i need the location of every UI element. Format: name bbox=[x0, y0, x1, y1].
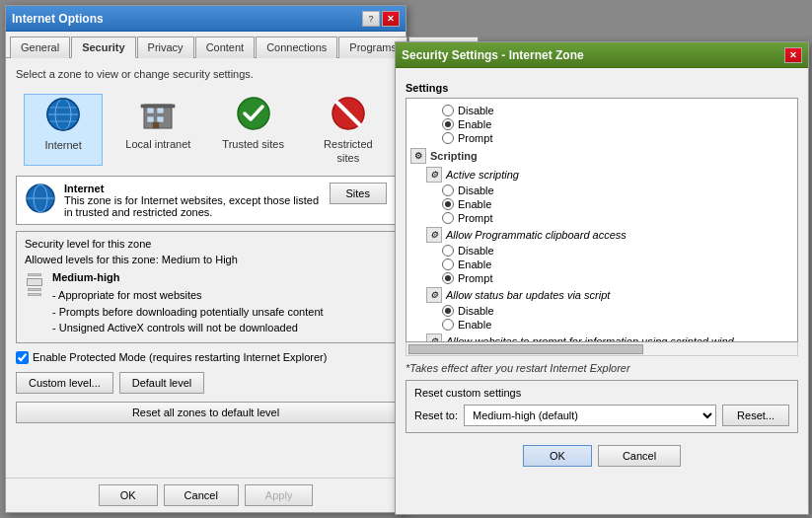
radio-statusbar-enable[interactable] bbox=[442, 319, 454, 331]
statusbar-label: Allow status bar updates via script bbox=[446, 289, 610, 301]
opt-label: Enable bbox=[458, 319, 491, 331]
inet-apply-button[interactable]: Apply bbox=[245, 484, 314, 506]
protected-mode-checkbox[interactable] bbox=[16, 351, 29, 364]
radio-statusbar-disable[interactable] bbox=[442, 305, 454, 317]
reset-to-label: Reset to: bbox=[414, 409, 458, 421]
option-label-prompt-top: Prompt bbox=[458, 132, 492, 144]
clipboard-label: Allow Programmatic clipboard access bbox=[446, 229, 627, 241]
statusbar-enable-opt: Enable bbox=[442, 319, 793, 331]
protected-mode-row: Enable Protected Mode (requires restarti… bbox=[16, 351, 396, 364]
building-icon bbox=[138, 94, 178, 133]
radio-prompt-top[interactable] bbox=[442, 132, 454, 144]
inet-ok-button[interactable]: OK bbox=[99, 484, 158, 506]
settings-list[interactable]: Disable Enable Prompt ⚙ Scripting ⚙ Acti… bbox=[406, 98, 798, 342]
opt-label: Enable bbox=[458, 259, 491, 270]
active-script-prompt-opt: Prompt bbox=[442, 212, 793, 224]
radio-clipboard-enable[interactable] bbox=[442, 259, 454, 270]
setting-option-prompt-top: Prompt bbox=[442, 132, 793, 144]
sec-content: Settings Disable Enable Prompt ⚙ Scripti… bbox=[396, 68, 808, 475]
websites-prompt-label: Allow websites to prompt for information… bbox=[446, 335, 743, 342]
tab-security[interactable]: Security bbox=[71, 37, 135, 58]
radio-active-script-prompt[interactable] bbox=[442, 212, 454, 224]
zone-restricted-sites-label: Restrictedsites bbox=[324, 137, 373, 166]
option-label-disable-top: Disable bbox=[458, 105, 494, 116]
opt-label: Prompt bbox=[458, 212, 492, 224]
zone-local-intranet[interactable]: Local intranet bbox=[118, 94, 197, 166]
sites-button[interactable]: Sites bbox=[330, 183, 387, 204]
inet-close-button[interactable]: ✕ bbox=[382, 11, 400, 27]
level-bullet-0: - Appropriate for most websites bbox=[52, 287, 324, 304]
level-description: Medium-high - Appropriate for most websi… bbox=[52, 269, 324, 336]
globe-icon bbox=[43, 95, 83, 134]
scripting-group-header: ⚙ Scripting bbox=[410, 148, 793, 164]
security-slider[interactable] bbox=[25, 269, 44, 296]
setting-option-enable-top: Enable bbox=[442, 118, 793, 130]
sec-title-bar: Security Settings - Internet Zone ✕ bbox=[396, 42, 808, 68]
tab-privacy[interactable]: Privacy bbox=[137, 37, 194, 58]
reset-all-zones-button[interactable]: Reset all zones to default level bbox=[16, 402, 396, 423]
clipboard-disable-opt: Disable bbox=[442, 245, 793, 257]
tab-content[interactable]: Content bbox=[195, 37, 256, 58]
slider-mark-high bbox=[28, 273, 41, 276]
statusbar-header: ⚙ Allow status bar updates via script bbox=[426, 287, 793, 303]
custom-level-button[interactable]: Custom level... bbox=[16, 372, 113, 394]
zone-desc-body: This zone is for Internet websites, exce… bbox=[64, 194, 322, 218]
sec-cancel-button[interactable]: Cancel bbox=[598, 445, 681, 467]
inet-tab-bar: General Security Privacy Content Connect… bbox=[6, 32, 406, 58]
level-name: Medium-high bbox=[52, 269, 324, 286]
scripting-icon: ⚙ bbox=[410, 148, 426, 164]
clipboard-enable-opt: Enable bbox=[442, 259, 793, 270]
tab-connections[interactable]: Connections bbox=[256, 37, 337, 58]
inet-footer: OK Cancel Apply bbox=[6, 478, 406, 512]
security-group-title: Security level for this zone bbox=[25, 238, 387, 250]
inet-cancel-button[interactable]: Cancel bbox=[164, 484, 239, 506]
inet-help-button[interactable]: ? bbox=[362, 11, 380, 27]
websites-prompt-header: ⚙ Allow websites to prompt for informati… bbox=[426, 333, 793, 342]
radio-clipboard-prompt[interactable] bbox=[442, 272, 454, 284]
sec-title-buttons: ✕ bbox=[784, 47, 802, 63]
clipboard-icon: ⚙ bbox=[426, 227, 442, 243]
zone-section-label: Select a zone to view or change security… bbox=[16, 68, 396, 80]
active-scripting-icon: ⚙ bbox=[426, 167, 442, 183]
svg-rect-7 bbox=[147, 108, 154, 113]
inet-content: Select a zone to view or change security… bbox=[6, 58, 406, 443]
radio-disable-top[interactable] bbox=[442, 105, 454, 116]
zone-trusted-sites[interactable]: Trusted sites bbox=[214, 94, 293, 166]
inet-title-buttons: ? ✕ bbox=[362, 11, 400, 27]
svg-rect-8 bbox=[157, 108, 164, 113]
sec-ok-button[interactable]: OK bbox=[523, 445, 592, 467]
zone-trusted-sites-label: Trusted sites bbox=[222, 137, 284, 151]
slider-thumb[interactable] bbox=[27, 278, 42, 286]
level-bullet-2: - Unsigned ActiveX controls will not be … bbox=[52, 320, 324, 336]
level-button-row: Custom level... Default level bbox=[16, 372, 396, 394]
settings-hscrollbar[interactable] bbox=[406, 342, 798, 356]
zone-local-intranet-label: Local intranet bbox=[125, 137, 190, 151]
zone-internet[interactable]: Internet bbox=[24, 94, 103, 166]
clipboard-header: ⚙ Allow Programmatic clipboard access bbox=[426, 227, 793, 243]
level-area: Medium-high - Appropriate for most websi… bbox=[25, 269, 387, 336]
inet-title-bar: Internet Options ? ✕ bbox=[6, 6, 406, 32]
radio-active-script-disable[interactable] bbox=[442, 185, 454, 196]
radio-clipboard-disable[interactable] bbox=[442, 245, 454, 257]
reset-dropdown[interactable]: Medium-high (default) bbox=[464, 405, 716, 426]
opt-label: Disable bbox=[458, 305, 494, 317]
default-level-button[interactable]: Default level bbox=[119, 372, 205, 394]
zones-container: Internet Local intranet bbox=[16, 88, 396, 172]
block-icon bbox=[329, 94, 368, 133]
opt-label: Disable bbox=[458, 185, 494, 196]
svg-rect-10 bbox=[157, 116, 164, 122]
sec-close-button[interactable]: ✕ bbox=[784, 47, 802, 63]
setting-option-disable-top: Disable bbox=[442, 105, 793, 116]
protected-mode-label: Enable Protected Mode (requires restarti… bbox=[33, 351, 327, 363]
tab-general[interactable]: General bbox=[10, 37, 70, 58]
hscroll-thumb[interactable] bbox=[408, 344, 643, 354]
zone-restricted-sites[interactable]: Restrictedsites bbox=[309, 94, 388, 166]
radio-enable-top[interactable] bbox=[442, 118, 454, 130]
allowed-levels-text: Allowed levels for this zone: Medium to … bbox=[25, 254, 387, 265]
reset-section-title: Reset custom settings bbox=[414, 387, 789, 399]
restart-note: *Takes effect after you restart Internet… bbox=[406, 362, 798, 374]
reset-button[interactable]: Reset... bbox=[722, 405, 789, 426]
radio-active-script-enable[interactable] bbox=[442, 198, 454, 210]
zone-desc-title: Internet bbox=[64, 183, 322, 194]
slider-mark-low bbox=[28, 293, 41, 296]
